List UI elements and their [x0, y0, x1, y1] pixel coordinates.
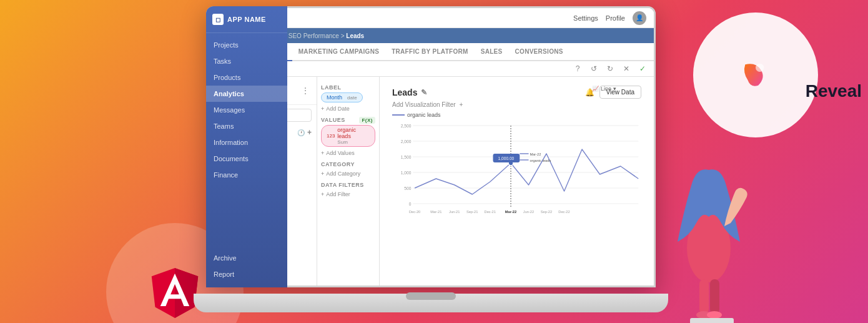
chart-type-chevron: ▾: [613, 86, 616, 92]
sidebar-item-analytics[interactable]: Analytics: [206, 86, 287, 102]
laptop-base: [194, 294, 668, 312]
sidebar-item-information[interactable]: Information: [206, 134, 287, 151]
svg-rect-34: [699, 279, 709, 314]
label-section-header: LABEL: [321, 84, 375, 91]
reveal-brand-text: Reveal: [806, 81, 862, 101]
add-category-icon: +: [321, 171, 324, 177]
chart-type-selector[interactable]: 📈 Line ▾: [592, 86, 616, 92]
chart-edit-icon[interactable]: ✎: [421, 88, 427, 97]
chart-title: Leads ✎: [392, 87, 427, 97]
chart-type-label: Line: [601, 86, 611, 92]
add-date-icon: +: [321, 106, 324, 112]
add-category-label: Add Category: [326, 171, 360, 177]
line-icon: 📈: [592, 86, 599, 92]
chart-container: Leads ✎ 🔔 View Data Add Visualization Fi…: [386, 81, 648, 282]
sidebar-item-products[interactable]: Products: [206, 69, 287, 86]
add-filter-plus[interactable]: +: [460, 101, 463, 108]
add-filter-text: Add Visualization Filter: [392, 101, 456, 108]
top-bar-right: Settings Profile 👤: [573, 11, 646, 25]
values-chip-sub: Sum: [337, 139, 370, 145]
sidebar-item-tasks[interactable]: Tasks: [206, 53, 287, 69]
svg-rect-35: [710, 279, 719, 314]
add-filter-icon: +: [321, 191, 324, 197]
legend-label: organic leads: [407, 112, 441, 118]
values-chip-icon: 123: [327, 133, 335, 139]
svg-point-37: [707, 311, 722, 319]
fx-label: F(x): [359, 117, 375, 124]
svg-text:1,000.00: 1,000.00: [498, 156, 514, 161]
svg-text:Dec-21: Dec-21: [485, 210, 496, 214]
right-panel: Leads ✎ 🔔 View Data Add Visualization Fi…: [380, 77, 654, 286]
label-chip[interactable]: Month date: [321, 92, 363, 102]
svg-text:2,000: 2,000: [401, 139, 412, 144]
profile-link[interactable]: Profile: [606, 14, 625, 22]
svg-text:Jun-22: Jun-22: [523, 210, 534, 214]
reveal-brand: Reveal: [806, 81, 862, 101]
add-values-icon: +: [321, 150, 324, 156]
fields-clock-icon[interactable]: 🕐: [297, 129, 305, 136]
undo-icon[interactable]: ↺: [588, 62, 600, 75]
settings-link[interactable]: Settings: [573, 14, 598, 22]
filter-bar: Add Visualization Filter +: [392, 101, 641, 108]
svg-text:Sep-21: Sep-21: [466, 210, 478, 214]
breadcrumb-current: Leads: [346, 32, 364, 39]
chart-title-text: Leads: [392, 87, 417, 97]
svg-point-33: [691, 177, 726, 212]
fields-header-icons: 🕐 +: [297, 128, 312, 137]
sidebar-bottom: Archive Report: [206, 250, 287, 287]
svg-text:Mar-21: Mar-21: [430, 210, 441, 214]
svg-point-32: [687, 214, 731, 282]
close-icon[interactable]: ✕: [620, 62, 633, 75]
svg-rect-38: [690, 318, 734, 323]
sidebar-item-projects[interactable]: Projects: [206, 37, 287, 53]
check-icon[interactable]: ✓: [636, 62, 649, 75]
values-section-header: VALUES F(x): [321, 117, 375, 123]
help-icon[interactable]: ?: [571, 62, 584, 75]
values-chip-text: organic leads: [337, 127, 356, 139]
legend-line: [392, 114, 405, 116]
user-avatar[interactable]: 👤: [633, 11, 646, 25]
data-filters-section-header: DATA FILTERS: [321, 182, 375, 188]
add-filter-btn[interactable]: + Add Filter: [321, 190, 375, 199]
add-category-btn[interactable]: + Add Category: [321, 169, 375, 178]
add-filter-label: Add Filter: [326, 191, 350, 197]
category-section-header: CATEGORY: [321, 161, 375, 167]
laptop-notch: [406, 292, 456, 300]
sub-tabs-icons: ? ↺ ↻ ✕ ✓: [571, 62, 649, 75]
sidebar-item-teams[interactable]: Teams: [206, 118, 287, 134]
svg-point-36: [696, 311, 711, 319]
data-source-more-icon[interactable]: ⋮: [299, 84, 312, 97]
fields-add-icon[interactable]: +: [307, 128, 312, 137]
laptop-wrapper: Home Settings Profile 👤 Analytics > Dash…: [194, 6, 668, 312]
sidebar-item-finance[interactable]: Finance: [206, 167, 287, 183]
add-values-btn[interactable]: + Add Values: [321, 149, 375, 157]
add-values-label: Add Values: [326, 150, 354, 156]
sidebar-item-documents[interactable]: Documents: [206, 151, 287, 167]
sidebar-item-report[interactable]: Report: [206, 266, 287, 282]
sidebar-item-messages[interactable]: Messages: [206, 102, 287, 118]
app-logo-name: APP NAME: [227, 16, 266, 23]
svg-text:Dec-22: Dec-22: [558, 210, 570, 214]
values-chip[interactable]: 123 organic leads Sum: [321, 125, 375, 147]
tab-conversions[interactable]: CONVERSIONS: [509, 43, 570, 61]
label-chip-text: Month: [327, 94, 342, 101]
svg-text:Sep-22: Sep-22: [541, 210, 552, 214]
redo-icon[interactable]: ↻: [604, 62, 616, 75]
svg-text:1,000: 1,000: [401, 171, 412, 175]
sidebar-item-archive[interactable]: Archive: [206, 250, 287, 266]
chart-svg: 2,500 2,000 1,500 1,000 500 0: [392, 119, 641, 219]
svg-text:2,500: 2,500: [401, 124, 412, 128]
tab-sales[interactable]: SALES: [475, 43, 509, 61]
person-illustration: [665, 148, 752, 323]
sidebar-logo-area: ◻ APP NAME: [206, 9, 287, 33]
chart-legend-top: organic leads: [392, 112, 641, 118]
add-date-btn[interactable]: + Add Date: [321, 104, 375, 113]
label-chip-sub: date: [347, 95, 357, 101]
svg-text:500: 500: [404, 186, 411, 191]
tab-traffic-by-platform[interactable]: TRAFFIC BY PLATFORM: [385, 43, 475, 61]
svg-text:Mar-22: Mar-22: [530, 152, 541, 156]
svg-text:Jun-21: Jun-21: [449, 210, 460, 214]
config-panel: LABEL Month date + Add Date VALUES F(x): [317, 77, 380, 286]
app-logo-icon: ◻: [212, 14, 224, 25]
tab-marketing-campaigns[interactable]: MARKETING CAMPAIGNS: [292, 43, 385, 61]
